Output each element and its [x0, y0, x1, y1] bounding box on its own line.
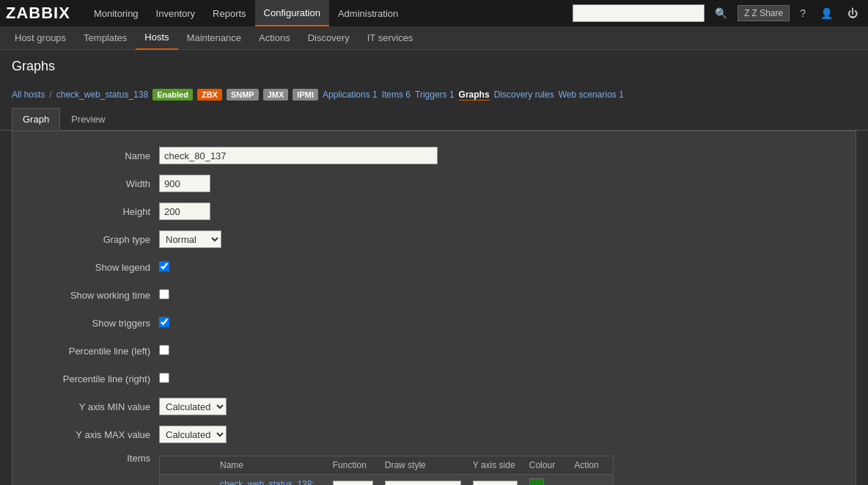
- show-legend-label: Show legend: [27, 262, 159, 273]
- breadcrumb-graphs[interactable]: Graphs: [459, 90, 490, 101]
- form-row-graph-type: Graph type Normal Stacked Pie Exploded: [27, 230, 841, 249]
- form-row-height: Height: [27, 202, 841, 221]
- items-col-drag: [160, 456, 196, 475]
- item-name-cell: check_web_status_138: check_tcp_time_wai…: [214, 475, 327, 486]
- item-colour-cell: 1A7C11: [523, 475, 569, 486]
- percentile-right-control: [159, 373, 452, 385]
- form-row-show-triggers: Show triggers: [27, 313, 841, 332]
- item-function-cell: avg min max all last: [327, 475, 379, 486]
- nav-right: 🔍 Z Z Share ? 👤 ⏻: [573, 4, 862, 22]
- breadcrumb-web-scenarios[interactable]: Web scenarios 1: [559, 90, 624, 100]
- subnav-it-services[interactable]: IT services: [358, 26, 422, 50]
- breadcrumb-applications[interactable]: Applications 1: [323, 90, 378, 100]
- form-row-items: Items Name Function Draw style Y axis si…: [27, 453, 841, 485]
- breadcrumb-items[interactable]: Items 6: [382, 90, 411, 100]
- height-input[interactable]: [159, 203, 210, 220]
- y-axis-max-select[interactable]: Calculated Fixed Item: [159, 426, 227, 443]
- subnav-hosts[interactable]: Hosts: [136, 26, 177, 50]
- breadcrumb: All hosts / check_web_status_138 Enabled…: [0, 84, 868, 105]
- nav-inventory[interactable]: Inventory: [147, 0, 204, 26]
- graph-type-label: Graph type: [27, 234, 159, 245]
- colour-swatch: [529, 478, 544, 485]
- form-row-show-working-time: Show working time: [27, 285, 841, 305]
- breadcrumb-discovery[interactable]: Discovery rules: [494, 90, 554, 100]
- items-col-num: [195, 456, 214, 475]
- item-action-cell: Remove: [568, 475, 613, 486]
- form-row-show-legend: Show legend: [27, 258, 841, 277]
- y-axis-max-control: Calculated Fixed Item: [159, 426, 452, 443]
- zabbix-logo: ZABBIX: [6, 4, 70, 23]
- profile-button[interactable]: 👤: [816, 4, 837, 22]
- logout-button[interactable]: ⏻: [843, 4, 862, 22]
- items-section: Name Function Draw style Y axis side Col…: [159, 456, 614, 485]
- main-nav-menu: Monitoring Inventory Reports Configurati…: [85, 0, 573, 26]
- percentile-left-control: [159, 345, 452, 357]
- items-col-function: Function: [327, 456, 379, 475]
- page-header: Graphs: [0, 50, 868, 84]
- tab-graph[interactable]: Graph: [12, 108, 60, 131]
- form-row-name: Name: [27, 146, 841, 165]
- items-col-y-axis-side: Y axis side: [467, 456, 523, 475]
- percentile-left-checkbox[interactable]: [159, 345, 169, 355]
- items-col-draw-style: Draw style: [379, 456, 467, 475]
- subnav-host-groups[interactable]: Host groups: [6, 26, 75, 50]
- page-title: Graphs: [12, 59, 856, 74]
- nav-monitoring[interactable]: Monitoring: [85, 0, 147, 26]
- graph-form: Name Width Height Graph type Normal Stac…: [12, 131, 856, 485]
- show-legend-checkbox[interactable]: [159, 261, 169, 271]
- height-label: Height: [27, 206, 159, 217]
- badge-enabled: Enabled: [152, 89, 193, 101]
- form-row-percentile-left: Percentile line (left): [27, 341, 841, 360]
- y-axis-min-control: Calculated Fixed Item: [159, 398, 452, 415]
- top-navigation: ZABBIX Monitoring Inventory Reports Conf…: [0, 0, 868, 26]
- show-working-time-control: [159, 289, 452, 302]
- item-y-axis-side-select[interactable]: Left Right: [473, 481, 518, 485]
- breadcrumb-triggers[interactable]: Triggers 1: [415, 90, 455, 100]
- sub-navigation: Host groups Templates Hosts Maintenance …: [0, 26, 868, 50]
- item-function-select[interactable]: avg min max all last: [333, 481, 373, 485]
- graph-type-select[interactable]: Normal Stacked Pie Exploded: [159, 230, 221, 248]
- item-draw-style-cell: Line Filled region Bold line Dot Dashed …: [379, 475, 467, 486]
- help-button[interactable]: ?: [795, 4, 810, 22]
- badge-ipmi: IPMI: [293, 89, 318, 101]
- show-triggers-label: Show triggers: [27, 318, 159, 329]
- breadcrumb-all-hosts[interactable]: All hosts: [12, 90, 45, 100]
- subnav-templates[interactable]: Templates: [75, 26, 136, 50]
- tab-preview[interactable]: Preview: [60, 108, 116, 131]
- nav-reports[interactable]: Reports: [204, 0, 255, 26]
- nav-administration[interactable]: Administration: [329, 0, 407, 26]
- show-working-time-checkbox[interactable]: [159, 289, 169, 299]
- show-triggers-checkbox[interactable]: [159, 317, 169, 327]
- y-axis-min-label: Y axis MIN value: [27, 401, 159, 412]
- width-input[interactable]: [159, 175, 210, 192]
- search-button[interactable]: 🔍: [710, 4, 732, 22]
- share-button[interactable]: Z Z Share: [738, 5, 790, 21]
- nav-configuration[interactable]: Configuration: [255, 0, 329, 26]
- items-label: Items: [27, 453, 159, 464]
- height-control: [159, 203, 452, 220]
- search-input[interactable]: [573, 4, 705, 22]
- name-control: [159, 147, 452, 164]
- width-control: [159, 175, 452, 192]
- y-axis-min-select[interactable]: Calculated Fixed Item: [159, 398, 227, 415]
- breadcrumb-host[interactable]: check_web_status_138: [56, 90, 148, 100]
- form-row-width: Width: [27, 174, 841, 193]
- width-label: Width: [27, 178, 159, 189]
- drag-handle-cell: ⋮⋮: [160, 475, 196, 486]
- percentile-left-label: Percentile line (left): [27, 346, 159, 357]
- percentile-right-checkbox[interactable]: [159, 373, 169, 383]
- item-name-link[interactable]: check_web_status_138: check_tcp_time_wai…: [220, 479, 315, 485]
- badge-zbx: ZBX: [197, 89, 222, 101]
- show-legend-control: [159, 261, 452, 274]
- badge-jmx: JMX: [263, 89, 289, 101]
- form-row-y-min: Y axis MIN value Calculated Fixed Item: [27, 397, 841, 416]
- y-axis-max-label: Y axis MAX value: [27, 429, 159, 440]
- subnav-discovery[interactable]: Discovery: [299, 26, 358, 50]
- name-input[interactable]: [159, 147, 438, 164]
- subnav-actions[interactable]: Actions: [250, 26, 299, 50]
- percentile-right-label: Percentile line (right): [27, 373, 159, 384]
- subnav-maintenance[interactable]: Maintenance: [178, 26, 250, 50]
- breadcrumb-sep1: /: [49, 90, 51, 100]
- item-draw-style-select[interactable]: Line Filled region Bold line Dot Dashed …: [385, 481, 461, 485]
- share-icon: Z: [744, 8, 749, 18]
